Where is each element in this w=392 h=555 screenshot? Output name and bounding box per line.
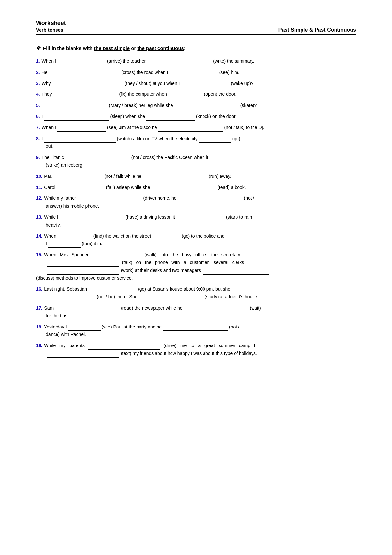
q19-blank2[interactable] (47, 352, 119, 358)
q11-blank1[interactable] (56, 186, 105, 191)
q9-blank2[interactable] (209, 156, 258, 161)
q14-continuation: I(turn) it in. (46, 240, 356, 248)
question-11: 11. Carol(fall) asleep while she(read) a… (36, 184, 356, 192)
q15-cont3: (discuss) methods to improve customer se… (36, 275, 356, 282)
q13-blank2[interactable] (176, 216, 225, 221)
questions-list: 1. When I(arrive) the teacher(write) the… (36, 58, 356, 358)
q6-num: 6. (36, 114, 40, 119)
q8-continuation: out. (46, 143, 356, 150)
q8-blank1[interactable] (44, 137, 116, 143)
q5-num: 5. (36, 103, 40, 108)
q13-blank1[interactable] (59, 216, 124, 221)
q17-blank1[interactable] (55, 307, 120, 312)
q15-blank2[interactable] (47, 261, 119, 267)
q16-blank1[interactable] (88, 288, 137, 293)
instruction-block: ❖ Fill in the blanks with the past simpl… (36, 44, 356, 52)
question-7: 7. When I(see) Jim at the disco he(not /… (36, 124, 356, 132)
q1-blank1[interactable] (57, 60, 106, 65)
q3-blank2[interactable] (181, 82, 230, 87)
q10-num: 10. (36, 174, 42, 179)
q18-blank2[interactable] (163, 326, 228, 331)
subtitle-row: Verb tenses Past Simple & Past Continuou… (36, 27, 356, 35)
q13-continuation: heavily. (46, 221, 356, 229)
question-18: 18. Yesterday I(see) Paul at the party a… (36, 323, 356, 339)
q14-blank2[interactable] (155, 235, 181, 240)
q1-num: 1. (36, 59, 40, 64)
q14-blank3[interactable] (48, 243, 81, 248)
q2-num: 2. (36, 70, 40, 75)
q16-continuation: (not / be) there. She(study) at a friend… (46, 293, 356, 301)
header: Worksheet Verb tenses Past Simple & Past… (36, 20, 356, 35)
question-4: 4. They(fix) the computer when I(open) t… (36, 91, 356, 98)
q19-cont1: (text) my friends about how happy I was … (46, 350, 356, 358)
q15-blank4[interactable] (203, 269, 269, 275)
question-9: 9. The Titanic(not / cross) the Pacific … (36, 154, 356, 169)
question-12: 12. While my father(drive) home, he(not … (36, 194, 356, 210)
q8-num: 8. (36, 136, 40, 141)
q16-blank3[interactable] (139, 296, 204, 301)
q5-blank1[interactable] (43, 104, 108, 109)
q18-num: 18. (36, 324, 42, 329)
q10-blank1[interactable] (54, 175, 103, 180)
q2-blank1[interactable] (48, 71, 120, 76)
question-15: 15. When Mrs Spencer (walk) into the bus… (36, 251, 356, 282)
q19-num: 19. (36, 343, 42, 348)
question-19: 19. While my parents (drive) me to a gre… (36, 342, 356, 358)
q12-num: 12. (36, 195, 42, 201)
question-6: 6. I(sleep) when she(knock) on the door. (36, 113, 356, 121)
q15-cont2: (work) at their desks and two managers (46, 267, 356, 275)
q10-blank2[interactable] (142, 175, 208, 180)
q14-blank1[interactable] (60, 235, 92, 240)
q6-blank2[interactable] (146, 115, 195, 121)
diamond-icon: ❖ (36, 44, 41, 52)
q7-blank1[interactable] (57, 126, 106, 132)
question-2: 2. He(cross) the road when I(see) him. (36, 69, 356, 76)
q15-blank1[interactable] (92, 254, 141, 259)
question-16: 16. Last night, Sebastian(go) at Susan's… (36, 285, 356, 301)
q18-continuation: dance) with Rachel. (46, 331, 356, 339)
question-14: 14. When I(find) the wallet on the stree… (36, 232, 356, 248)
q17-blank2[interactable] (184, 307, 249, 312)
q16-blank2[interactable] (47, 296, 96, 301)
q4-blank1[interactable] (53, 93, 118, 98)
q7-blank2[interactable] (158, 126, 223, 132)
q17-continuation: for the bus. (46, 312, 356, 320)
q8-blank2[interactable] (199, 137, 231, 143)
q2-blank2[interactable] (169, 71, 218, 76)
q9-num: 9. (36, 155, 40, 160)
q12-blank1[interactable] (77, 197, 142, 202)
question-5: 5. (Mary / break) her leg while she(skat… (36, 102, 356, 109)
question-10: 10. Paul(not / fall) while he(run) away. (36, 173, 356, 180)
past-simple-label: Past Simple & Past Continuous (278, 27, 356, 33)
q12-blank2[interactable] (178, 197, 243, 202)
q9-blank1[interactable] (65, 156, 130, 161)
q4-num: 4. (36, 92, 40, 97)
question-3: 3. Why(they / shout) at you when I(wake … (36, 80, 356, 88)
q3-num: 3. (36, 81, 40, 86)
q16-num: 16. (36, 286, 42, 292)
q18-blank1[interactable] (68, 326, 101, 331)
question-13: 13. While I(have) a driving lesson it(st… (36, 213, 356, 229)
q15-blank3[interactable] (47, 269, 119, 275)
q14-num: 14. (36, 233, 42, 239)
q15-cont1: (talk) on the phone with a customer, sev… (46, 259, 356, 267)
q6-blank1[interactable] (44, 115, 109, 121)
question-17: 17. Sam(read) the newspaper while he(wai… (36, 304, 356, 320)
q7-num: 7. (36, 125, 40, 130)
q11-num: 11. (36, 185, 42, 190)
instruction-text: Fill in the blanks with the past simple … (43, 45, 186, 51)
question-1: 1. When I(arrive) the teacher(write) the… (36, 58, 356, 65)
q1-blank2[interactable] (147, 60, 212, 65)
q4-blank2[interactable] (171, 93, 203, 98)
question-8: 8. I(watch) a film on TV when the electr… (36, 135, 356, 151)
q12-continuation: answer) his mobile phone. (46, 202, 356, 210)
q5-blank2[interactable] (174, 104, 239, 109)
q13-num: 13. (36, 214, 42, 220)
q11-blank2[interactable] (151, 186, 216, 191)
verb-tenses-label: Verb tenses (36, 27, 63, 33)
q9-continuation: (strike) an iceberg. (46, 161, 356, 169)
q15-num: 15. (36, 252, 42, 257)
q3-blank1[interactable] (52, 82, 124, 87)
q19-blank1[interactable] (88, 345, 160, 350)
q17-num: 17. (36, 305, 42, 311)
